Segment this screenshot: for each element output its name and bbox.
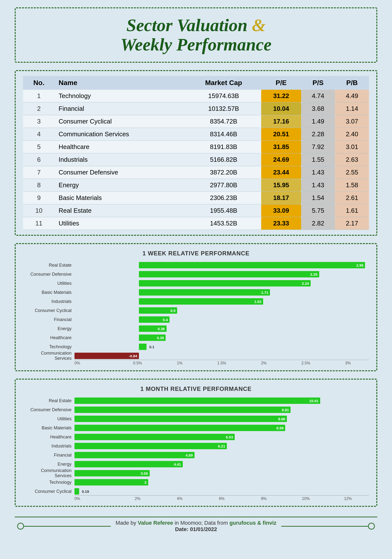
cell-ps: 2.28: [301, 128, 335, 141]
cell-no: 4: [23, 128, 55, 141]
col-marketcap: Market Cap: [186, 76, 261, 90]
bar-fill: [139, 262, 365, 268]
monthly-x-axis: 0%2%4%6%8%10%12%: [74, 495, 369, 501]
bar-row: Energy4.41: [23, 460, 369, 468]
cell-pe: 20.51: [261, 128, 301, 141]
x-tick: 12%: [327, 497, 369, 501]
bar-fill: [74, 425, 285, 431]
cell-pe: 17.16: [261, 115, 301, 128]
cell-pb: 2.55: [335, 166, 369, 179]
cell-name: Industrials: [55, 153, 186, 166]
title-line2: Weekly Performance: [121, 35, 271, 54]
bar-fill: [139, 271, 319, 277]
table-row: 6 Industrials 5166.82B 24.69 1.55 2.63: [23, 153, 369, 166]
bar-area: 2.35: [74, 271, 369, 278]
bar-row: Industrials1.62: [23, 298, 369, 305]
bar-fill: [74, 479, 148, 485]
bar-row: Industrials6.21: [23, 442, 369, 450]
bar-area: 0.4: [74, 316, 369, 323]
cell-pe: 10.04: [261, 102, 301, 115]
bar-label: Healthcare: [23, 435, 74, 440]
table-section: No. Name Market Cap P/E P/S P/B 1 Techno…: [15, 70, 377, 236]
x-tick: 0%: [74, 497, 117, 501]
bar-row: Consumer Defensive8.81: [23, 406, 369, 414]
table-row: 4 Communication Services 8314.46B 20.51 …: [23, 128, 369, 141]
x-tick: 10%: [285, 497, 327, 501]
cell-marketcap: 2977.80B: [186, 179, 261, 192]
cell-pb: 3.07: [335, 115, 369, 128]
cell-name: Consumer Defensive: [55, 166, 186, 179]
footer-circles: Made by Value Referee in Moomoo; Data fr…: [15, 520, 377, 533]
bar-area: 8.59: [74, 424, 369, 431]
cell-ps: 2.82: [301, 217, 335, 230]
bar-value-label: 0.35: [157, 336, 164, 340]
bar-row: Healthcare0.35: [23, 334, 369, 342]
bar-value-label: 6.21: [218, 444, 225, 448]
cell-no: 5: [23, 141, 55, 153]
valuation-table: No. Name Market Cap P/E P/S P/B 1 Techno…: [23, 76, 369, 230]
bar-row: Technology3: [23, 478, 369, 486]
cell-pb: 2.61: [335, 192, 369, 204]
bar-area: 1.71: [74, 289, 369, 296]
bar-area: 0.19: [74, 488, 369, 495]
table-row: 3 Consumer Cyclical 8354.72B 17.16 1.49 …: [23, 115, 369, 128]
cell-pe: 23.33: [261, 217, 301, 230]
bar-row: Financial4.89: [23, 451, 369, 459]
bar-area: 8.81: [74, 406, 369, 413]
bar-value-label: 0.1: [149, 345, 154, 349]
bar-fill: [74, 488, 79, 495]
cell-pb: 1.14: [335, 102, 369, 115]
cell-pe: 23.44: [261, 166, 301, 179]
bar-label: Consumer Cyclical: [23, 308, 74, 313]
cell-ps: 7.92: [301, 141, 335, 153]
bar-area: 6.53: [74, 434, 369, 440]
bar-fill: [74, 452, 195, 458]
cell-no: 2: [23, 102, 55, 115]
bar-label: Consumer Defensive: [23, 272, 74, 277]
monthly-chart-section: 1 MONTH RELATIVE PERFORMANCE Real Estate…: [15, 379, 377, 507]
x-tick: 4%: [159, 497, 201, 501]
bar-row: Basic Materials1.71: [23, 288, 369, 296]
bar-value-label: 6.53: [226, 435, 233, 439]
bar-area: 0.5: [74, 307, 369, 314]
bar-row: Communication Services3.06: [23, 469, 369, 477]
title-section: Sector Valuation & Weekly Performance: [15, 7, 377, 63]
x-tick: 2.5%: [285, 361, 327, 365]
title-amp: &: [252, 15, 266, 35]
bar-fill: [139, 280, 311, 286]
bar-area: 4.41: [74, 461, 369, 468]
cell-name: Financial: [55, 102, 186, 115]
cell-name: Communication Services: [55, 128, 186, 141]
cell-name: Consumer Cyclical: [55, 115, 186, 128]
cell-no: 6: [23, 153, 55, 166]
table-row: 11 Utilities 1453.52B 23.33 2.82 2.17: [23, 217, 369, 230]
bar-row: Utilities8.66: [23, 415, 369, 423]
bar-value-label: 0.19: [82, 489, 89, 494]
cell-marketcap: 8314.46B: [186, 128, 261, 141]
weekly-chart-section: 1 WEEK RELATIVE PERFORMANCE Real Estate2…: [15, 243, 377, 371]
cell-marketcap: 8354.72B: [186, 115, 261, 128]
bar-label: Communication Services: [23, 351, 74, 361]
bar-row: Consumer Defensive2.35: [23, 270, 369, 278]
cell-no: 1: [23, 90, 55, 102]
bar-label: Utilities: [23, 281, 74, 286]
footer-line-right: [281, 526, 368, 527]
bar-row: Healthcare6.53: [23, 433, 369, 441]
monthly-bar-chart: Real Estate10.01Consumer Defensive8.81Ut…: [23, 397, 369, 501]
x-tick: 8%: [243, 497, 285, 501]
bar-value-label: 4.89: [186, 453, 193, 457]
cell-pb: 2.17: [335, 217, 369, 230]
bar-area: 3: [74, 479, 369, 486]
bar-fill: [74, 434, 235, 440]
cell-marketcap: 5166.82B: [186, 153, 261, 166]
bar-area: 4.89: [74, 452, 369, 459]
bar-value-label: 3.06: [141, 471, 148, 475]
bar-row: Communication Services-0.84: [23, 352, 369, 360]
bar-value-label: 2.35: [310, 272, 317, 276]
cell-no: 3: [23, 115, 55, 128]
x-tick: 1%: [159, 361, 201, 365]
col-pb: P/B: [335, 76, 369, 90]
footer-line-left: [24, 526, 111, 527]
weekly-chart-title: 1 WEEK RELATIVE PERFORMANCE: [23, 250, 369, 257]
cell-ps: 5.75: [301, 204, 335, 217]
